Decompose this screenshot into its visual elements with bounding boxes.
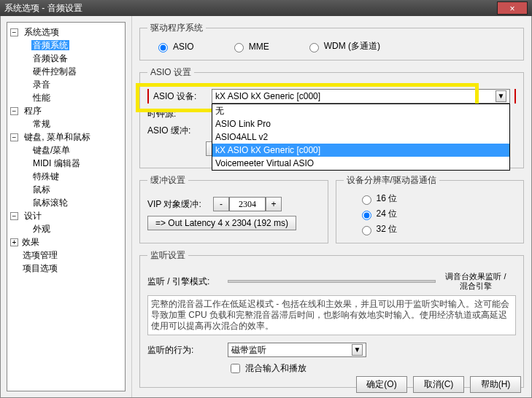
dropdown-option[interactable]: Voicemeeter Virtual ASIO bbox=[212, 157, 509, 170]
dropdown-option[interactable]: ASIO Link Pro bbox=[212, 117, 509, 130]
tree-item-audio-device[interactable]: 音频设备 bbox=[31, 53, 69, 63]
vip-minus-button[interactable]: - bbox=[213, 197, 229, 211]
tree-node-program[interactable]: 程序 bbox=[23, 106, 43, 116]
resolution-legend: 设备分辨率/驱动器通信 bbox=[344, 174, 439, 187]
dropdown-option-selected[interactable]: kX ASIO kX Generic [c000] bbox=[212, 144, 509, 157]
driver-system-legend: 驱动程序系统 bbox=[147, 22, 206, 34]
title-bar: 系统选项 - 音频设置 × bbox=[0, 0, 532, 16]
vip-buffer-input[interactable] bbox=[229, 197, 266, 211]
tree-node-system[interactable]: 系统选项 bbox=[23, 27, 61, 37]
tree-item-general[interactable]: 常规 bbox=[31, 119, 52, 129]
tree-item-midi-editor[interactable]: MIDI 编辑器 bbox=[31, 158, 82, 168]
asio-settings-legend: ASIO 设置 bbox=[147, 66, 194, 79]
cancel-button[interactable]: 取消(C) bbox=[413, 376, 464, 393]
tree-item-record[interactable]: 录音 bbox=[31, 79, 52, 90]
dropdown-arrow-icon[interactable]: ▼ bbox=[352, 344, 363, 356]
monitor-behavior-value: 磁带监听 bbox=[231, 344, 266, 356]
driver-asio-radio[interactable]: ASIO bbox=[155, 40, 194, 52]
out-latency-button[interactable]: => Out Latency 4 x 2304 (192 ms) bbox=[147, 216, 296, 230]
tree-item-audio-system[interactable]: 音频系统 bbox=[31, 40, 69, 50]
buffer-settings-legend: 缓冲设置 bbox=[147, 174, 188, 187]
monitor-settings-legend: 监听设置 bbox=[147, 249, 188, 262]
resolution-group: 设备分辨率/驱动器通信 16 位 24 位 32 位 bbox=[336, 174, 525, 243]
tree-toggle[interactable]: + bbox=[10, 238, 18, 246]
help-button[interactable]: 帮助(H) bbox=[470, 376, 521, 393]
main-panel: 驱动程序系统 ASIO MME WDM (多通道) ASIO 设置 ASIO 设… bbox=[132, 16, 531, 397]
window-title: 系统选项 - 音频设置 bbox=[4, 2, 82, 15]
mix-input-playback-checkbox[interactable]: 混合输入和播放 bbox=[228, 362, 307, 375]
tree-node-option-mgmt[interactable]: 选项管理 bbox=[21, 250, 59, 260]
bit32-radio[interactable]: 32 位 bbox=[358, 223, 517, 235]
tree-toggle[interactable]: − bbox=[10, 212, 18, 220]
tree-item-keyboard-menu[interactable]: 键盘/菜单 bbox=[31, 145, 72, 155]
monitor-behavior-dropdown[interactable]: 磁带监听 ▼ bbox=[228, 343, 516, 357]
asio-device-dropdown[interactable]: kX ASIO kX Generic [c000] ▼ 无 ASIO Link … bbox=[212, 89, 510, 104]
monitor-mode-label: 监听 / 引擎模式: bbox=[147, 276, 228, 288]
ok-button[interactable]: 确定(O) bbox=[356, 376, 407, 393]
tree-item-hw-controller[interactable]: 硬件控制器 bbox=[31, 66, 78, 77]
client-area: − 系统选项 音频系统 音频设备 硬件控制器 录音 性能 − 程序 bbox=[0, 16, 532, 398]
monitor-mode-slider[interactable] bbox=[228, 280, 436, 283]
tree-node-design[interactable]: 设计 bbox=[23, 211, 43, 221]
tree-node-effects[interactable]: 效果 bbox=[20, 237, 41, 247]
vip-buffer-label: VIP 对象缓冲: bbox=[147, 198, 213, 211]
tree-toggle[interactable]: − bbox=[10, 107, 18, 115]
bit16-radio[interactable]: 16 位 bbox=[358, 192, 517, 205]
mix-engine-text: 混合引擎 bbox=[436, 281, 516, 291]
asio-settings-group: ASIO 设置 ASIO 设备: kX ASIO kX Generic [c00… bbox=[139, 66, 524, 168]
vip-plus-button[interactable]: + bbox=[266, 197, 282, 211]
tree-item-mouse[interactable]: 鼠标 bbox=[31, 184, 52, 195]
dropdown-option[interactable]: ASIO4ALL v2 bbox=[212, 130, 509, 144]
monitor-behavior-label: 监听的行为: bbox=[147, 344, 228, 356]
dialog-buttons: 确定(O) 取消(C) 帮助(H) bbox=[356, 376, 521, 393]
tree-item-special-keys[interactable]: 特殊键 bbox=[31, 171, 61, 182]
tree-node-kbm[interactable]: 键盘, 菜单和鼠标 bbox=[23, 132, 92, 142]
dropdown-arrow-icon[interactable]: ▼ bbox=[496, 90, 506, 102]
tree-toggle[interactable]: − bbox=[10, 28, 18, 36]
bit24-radio[interactable]: 24 位 bbox=[358, 208, 517, 220]
asio-device-label: ASIO 设备: bbox=[153, 90, 212, 103]
tree-item-mouse-wheel[interactable]: 鼠标滚轮 bbox=[31, 198, 69, 208]
driver-mme-radio[interactable]: MME bbox=[231, 40, 269, 52]
sidebar: − 系统选项 音频系统 音频设备 硬件控制器 录音 性能 − 程序 bbox=[1, 16, 132, 397]
asio-device-value: kX ASIO kX Generic [c000] bbox=[215, 91, 320, 101]
dropdown-option[interactable]: 无 bbox=[212, 104, 509, 117]
monitor-description: 完整的混音器工作在低延迟模式 - 包括在线和主效果，并且可以用于监听实时输入。这… bbox=[147, 295, 516, 335]
driver-system-group: 驱动程序系统 ASIO MME WDM (多通道) bbox=[139, 22, 524, 61]
close-icon[interactable]: × bbox=[497, 1, 528, 15]
options-tree: − 系统选项 音频系统 音频设备 硬件控制器 录音 性能 − 程序 bbox=[7, 22, 126, 391]
monitor-settings-group: 监听设置 监听 / 引擎模式: 调音台效果监听 / 混合引擎 完整的混音器工作在… bbox=[139, 249, 524, 388]
driver-wdm-radio[interactable]: WDM (多通道) bbox=[306, 40, 380, 52]
tree-item-performance[interactable]: 性能 bbox=[31, 93, 52, 103]
mix-mode-text: 调音台效果监听 / bbox=[436, 272, 516, 281]
tree-node-project-options[interactable]: 项目选项 bbox=[21, 263, 59, 273]
asio-buffer-label: ASIO 缓冲: bbox=[147, 125, 206, 137]
asio-device-dropdown-list[interactable]: 无 ASIO Link Pro ASIO4ALL v2 kX ASIO kX G… bbox=[212, 104, 510, 171]
buffer-settings-group: 缓冲设置 VIP 对象缓冲: - + => Out Latency 4 x 23… bbox=[139, 174, 328, 243]
tree-item-appearance[interactable]: 外观 bbox=[31, 224, 52, 234]
clock-source-label: 时钟源: bbox=[147, 108, 206, 120]
tree-toggle[interactable]: − bbox=[10, 133, 18, 141]
